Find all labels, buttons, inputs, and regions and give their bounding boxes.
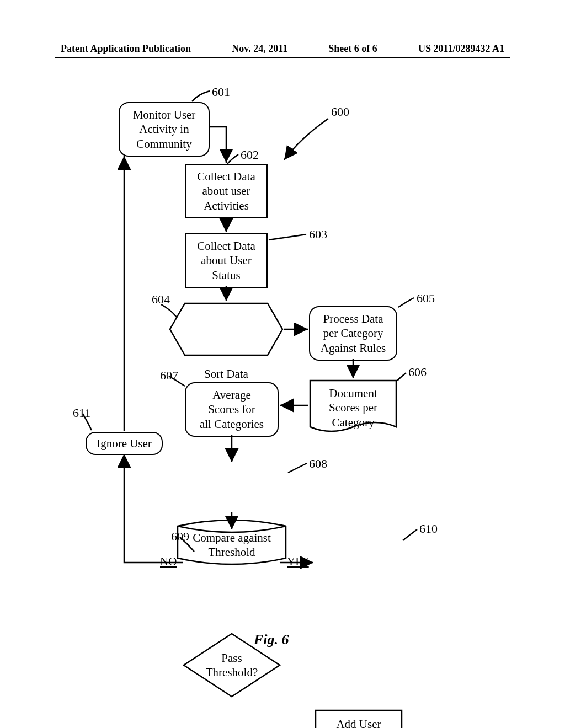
- node-add-user-moderator: Add Userto ModeratorInvite List: [315, 709, 403, 728]
- node-ignore-user: Ignore User: [86, 432, 163, 455]
- node-text: Collect Dataabout UserStatus: [197, 239, 255, 282]
- node-text: Monitor UserActivity inCommunity: [133, 108, 196, 151]
- label-603: 603: [309, 227, 327, 242]
- label-602: 602: [241, 148, 259, 162]
- node-text: PassThreshold?: [206, 651, 258, 679]
- node-monitor-user-activity: Monitor UserActivity inCommunity: [119, 102, 210, 157]
- label-609: 609: [171, 529, 189, 544]
- label-606: 606: [408, 365, 427, 379]
- header-sheet: Sheet 6 of 6: [328, 43, 377, 55]
- header-divider: [55, 57, 510, 58]
- node-text: Process Dataper CategoryAgainst Rules: [321, 312, 386, 355]
- node-compare-threshold: Compare againstThreshold: [177, 518, 287, 566]
- label-605: 605: [417, 291, 435, 306]
- label-604: 604: [152, 292, 170, 307]
- node-collect-activities: Collect Dataabout userActivities: [185, 164, 268, 218]
- node-document-scores: DocumentScores perCategory: [309, 379, 397, 435]
- label-610: 610: [419, 522, 438, 536]
- header-left: Patent Application Publication: [61, 43, 191, 55]
- label-600: 600: [331, 105, 349, 119]
- label-607: 607: [160, 368, 178, 383]
- node-collect-status: Collect Dataabout UserStatus: [185, 233, 268, 288]
- publication-number: US 2011/0289432 A1: [418, 43, 504, 55]
- label-611: 611: [73, 406, 90, 420]
- node-process-data: Process Dataper CategoryAgainst Rules: [309, 306, 397, 361]
- edge-label-yes: YES: [287, 555, 309, 569]
- svg-marker-0: [170, 303, 282, 355]
- edge-label-no: NO: [160, 555, 177, 569]
- node-text: DocumentScores perCategory: [329, 387, 377, 429]
- node-text: Ignore User: [97, 437, 152, 450]
- page-header: Patent Application Publication Nov. 24, …: [0, 43, 565, 55]
- label-608: 608: [309, 457, 327, 471]
- node-text: Compare againstThreshold: [193, 531, 271, 559]
- node-text: Add Userto ModeratorInvite List: [328, 718, 389, 728]
- label-601: 601: [212, 85, 230, 99]
- header-date: Nov. 24, 2011: [232, 43, 287, 55]
- flowchart-canvas: Monitor UserActivity inCommunity Collect…: [0, 88, 565, 667]
- node-text: Collect Dataabout userActivities: [197, 170, 255, 212]
- node-average-scores: AverageScores forall Categories: [185, 382, 279, 437]
- figure-caption: Fig. 6: [254, 631, 289, 648]
- node-text: AverageScores forall Categories: [200, 388, 264, 431]
- node-sort-data-hex: Sort Dataper Categoryfor Moderation: [168, 302, 284, 357]
- hexagon-icon: [168, 302, 284, 357]
